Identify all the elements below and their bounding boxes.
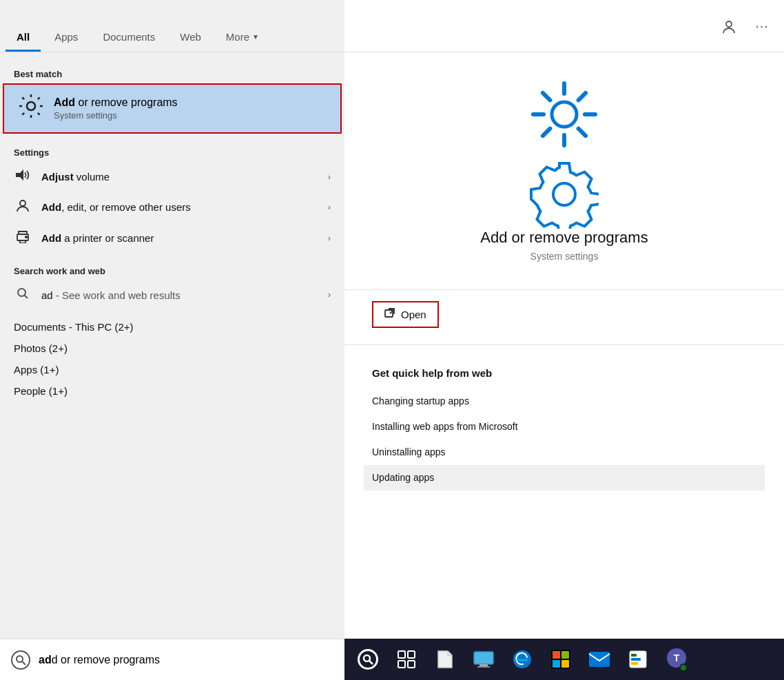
chevron-right-icon: › (328, 172, 331, 182)
settings-section-label: Settings (0, 142, 344, 162)
more-options-button[interactable]: ··· (751, 15, 773, 37)
best-match-text: Add or remove programs System settings (54, 96, 178, 121)
help-title: Get quick help from web (372, 367, 756, 379)
search-web-chevron: › (328, 290, 331, 300)
result-people[interactable]: People (1+) (0, 380, 344, 402)
svg-line-6 (25, 296, 28, 299)
help-link-update[interactable]: Updating apps (364, 465, 765, 491)
help-link-startup[interactable]: Changing startup apps (372, 389, 756, 414)
left-panel: All Apps Documents Web More ▼ Best match (0, 0, 344, 680)
tab-apps[interactable]: Apps (43, 21, 89, 52)
search-query-bold: ad (39, 654, 52, 666)
svg-rect-20 (474, 652, 493, 664)
app-subtitle: System settings (530, 251, 599, 262)
svg-rect-19 (408, 661, 415, 668)
search-circle-icon (358, 649, 378, 670)
open-button-label: Open (401, 309, 426, 320)
mail-icon (588, 651, 610, 668)
taskmanager-icon (628, 650, 648, 669)
svg-point-10 (552, 102, 577, 127)
help-link-uninstall[interactable]: Uninstalling apps (372, 440, 756, 465)
search-input-container[interactable]: ad d or remove programs (39, 654, 333, 666)
result-apps[interactable]: Apps (1+) (0, 359, 344, 380)
tab-web[interactable]: Web (169, 21, 212, 52)
settings-section: Settings Adjust volume › (0, 142, 344, 254)
taskbar-store[interactable] (543, 641, 579, 677)
app-title: Add or remove programs (480, 229, 648, 247)
svg-line-15 (369, 661, 373, 664)
svg-point-5 (18, 289, 25, 296)
svg-rect-16 (398, 651, 405, 658)
svg-rect-22 (477, 666, 490, 668)
help-link-webapps[interactable]: Installing web apps from Microsoft (372, 414, 756, 440)
svg-rect-18 (398, 661, 405, 668)
search-web-icon (14, 287, 32, 302)
best-match-item[interactable]: Add or remove programs System settings (3, 83, 342, 134)
add-printer-item[interactable]: Add a printer or scanner › (0, 223, 344, 254)
result-photos[interactable]: Photos (2+) (0, 338, 344, 359)
taskbar-mail[interactable] (581, 641, 617, 677)
volume-icon (14, 169, 32, 185)
chevron-right-icon-3: › (328, 234, 331, 243)
person-icon-button[interactable] (718, 15, 740, 37)
best-match-subtitle: System settings (54, 110, 178, 121)
taskbar-file[interactable] (427, 641, 463, 677)
right-panel: Add or remove programs System settings O… (344, 52, 784, 680)
svg-rect-31 (631, 654, 637, 657)
svg-rect-33 (631, 662, 638, 665)
right-header: ··· (344, 0, 784, 52)
best-match-title: Add or remove programs (54, 96, 178, 109)
search-bar: ad d or remove programs (0, 639, 344, 680)
svg-point-0 (27, 102, 35, 110)
svg-rect-27 (553, 660, 560, 668)
taskbar-edge[interactable] (504, 641, 540, 677)
search-web-item[interactable]: ad - See work and web results › (0, 280, 344, 309)
add-printer-label: Add a printer or scanner (41, 232, 318, 244)
svg-rect-32 (631, 658, 641, 661)
app-gear-svg (530, 80, 599, 149)
settings-gear-icon (18, 93, 44, 124)
taskbar-taskview[interactable] (389, 641, 424, 677)
svg-rect-21 (479, 664, 488, 666)
svg-rect-26 (561, 651, 569, 659)
app-icon-area: Add or remove programs System settings (480, 80, 648, 262)
svg-rect-28 (561, 660, 569, 668)
divider-2 (344, 344, 784, 345)
tab-documents[interactable]: Documents (92, 21, 166, 52)
svg-point-11 (553, 183, 575, 205)
search-web-section: Search work and web ad - See work and we… (0, 260, 344, 309)
file-icon (437, 650, 453, 669)
taskview-icon (397, 650, 416, 669)
search-icon (11, 650, 30, 670)
search-query-rest: d or remove programs (52, 654, 160, 666)
svg-text:T: T (674, 652, 680, 663)
taskbar-search[interactable] (350, 641, 386, 677)
adjust-volume-item[interactable]: Adjust volume › (0, 162, 344, 192)
result-documents[interactable]: Documents - This PC (2+) (0, 316, 344, 338)
taskbar: T (344, 639, 784, 680)
svg-point-4 (25, 236, 27, 238)
printer-icon (14, 229, 32, 247)
svg-rect-17 (408, 651, 415, 658)
search-tabs: All Apps Documents Web More ▼ (0, 0, 344, 52)
tab-all[interactable]: All (6, 21, 41, 52)
chevron-right-icon-2: › (328, 203, 331, 212)
taskbar-pc[interactable] (466, 641, 502, 677)
taskbar-taskmanager[interactable] (620, 641, 656, 677)
pc-icon (473, 650, 495, 668)
teams-status-badge (679, 663, 688, 672)
divider-1 (344, 289, 784, 290)
open-icon (384, 308, 395, 321)
svg-point-2 (20, 200, 25, 206)
ellipsis-icon: ··· (755, 18, 769, 34)
taskbar-teams[interactable]: T (659, 641, 694, 677)
search-web-label: Search work and web (0, 260, 344, 280)
app-gear-icon-svg (530, 160, 599, 229)
add-users-item[interactable]: Add, edit, or remove other users › (0, 192, 344, 223)
open-button[interactable]: Open (372, 301, 439, 328)
svg-point-14 (364, 655, 370, 661)
svg-marker-1 (16, 169, 23, 181)
help-section: Get quick help from web Changing startup… (344, 356, 784, 491)
svg-point-9 (726, 21, 732, 27)
tab-more[interactable]: More ▼ (215, 21, 270, 52)
